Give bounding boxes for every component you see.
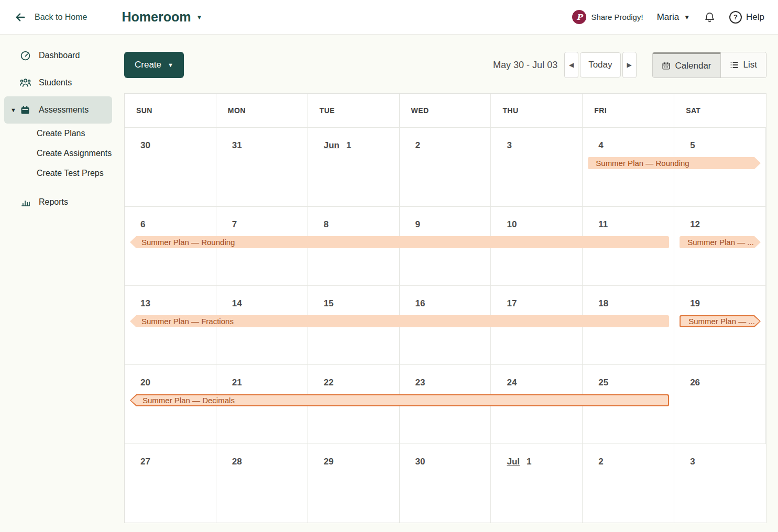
day-header: 21: [216, 365, 308, 388]
list-view-button[interactable]: List: [720, 52, 766, 77]
event-bar[interactable]: Summer Plan — Rounding: [588, 157, 761, 169]
calendar-icon: [662, 61, 671, 70]
today-button[interactable]: Today: [580, 52, 620, 77]
day-header: 30: [400, 444, 491, 467]
day-header: 30: [125, 128, 216, 151]
sidebar-item-create-assignments[interactable]: Create Assignments: [0, 143, 116, 163]
create-button-label: Create: [135, 60, 161, 70]
day-header: 10: [491, 207, 582, 230]
day-header: 15: [308, 286, 399, 309]
sidebar-item-create-test-preps[interactable]: Create Test Preps: [0, 163, 116, 183]
day-number: 18: [598, 298, 608, 309]
event-label: Summer Plan — Fractions: [130, 315, 669, 327]
calendar-week-row: 3031Jun12345Summer Plan — Rounding: [125, 127, 766, 206]
chevron-left-icon: ◀: [569, 61, 574, 69]
event-label: Summer Plan — Rounding: [588, 157, 761, 169]
event-label: Summer Plan — Decimals: [131, 395, 668, 405]
event-bar[interactable]: Summer Plan — ...: [680, 315, 761, 327]
weekday-header: SAT: [674, 94, 766, 127]
calendar-view-button[interactable]: Calendar: [653, 52, 720, 77]
calendar-toolbar: Create ▼ May 30 - Jul 03 ◀ Today ▶: [124, 51, 766, 79]
notifications-button[interactable]: [704, 10, 716, 24]
day-header: 25: [583, 365, 674, 388]
day-number: 9: [415, 219, 420, 230]
chevron-down-icon: ▼: [684, 14, 690, 20]
day-header: 20: [125, 365, 216, 388]
day-cell: 30: [400, 444, 491, 523]
day-header: 8: [308, 207, 399, 230]
day-number: 29: [324, 457, 334, 467]
day-number: 30: [140, 140, 150, 151]
month-link[interactable]: Jul: [507, 457, 520, 467]
day-number: 28: [232, 457, 242, 467]
sidebar-item-label: Create Test Preps: [37, 169, 104, 178]
sidebar-item-label: Create Plans: [37, 129, 85, 138]
back-to-home-button[interactable]: Back to Home: [14, 12, 87, 23]
weekday-header: FRI: [583, 94, 674, 127]
day-header: 11: [583, 207, 674, 230]
sidebar-item-dashboard[interactable]: Dashboard: [4, 42, 112, 69]
day-number: 30: [415, 457, 425, 467]
sidebar-item-create-plans[interactable]: Create Plans: [0, 124, 116, 143]
day-number: 27: [140, 457, 150, 467]
calendar-view-label: Calendar: [675, 61, 711, 71]
event-bar[interactable]: Summer Plan — Decimals: [130, 394, 669, 406]
day-number: 31: [232, 140, 242, 151]
help-label: Help: [746, 12, 764, 23]
calendar-week-row: 13141516171819Summer Plan — FractionsSum…: [125, 285, 766, 364]
next-period-button[interactable]: ▶: [622, 52, 637, 78]
day-number: 11: [598, 219, 608, 230]
calendar-week-row: 20212223242526Summer Plan — Decimals: [125, 364, 766, 444]
day-cell: 2: [400, 128, 491, 206]
day-number: 1: [346, 140, 351, 151]
day-header: 19: [674, 286, 765, 309]
sidebar-item-label: Create Assignments: [37, 149, 112, 158]
back-to-home-label: Back to Home: [35, 13, 87, 22]
weekday-header: THU: [491, 94, 583, 127]
sidebar-nav: DashboardStudents▼AssessmentsCreate Plan…: [0, 35, 116, 532]
user-menu[interactable]: Maria ▼: [657, 12, 690, 23]
share-prodigy-button[interactable]: P Share Prodigy!: [572, 10, 643, 24]
class-selector[interactable]: Homeroom ▼: [122, 9, 202, 25]
day-number: 15: [324, 298, 334, 309]
day-cell: 2: [583, 444, 674, 523]
sidebar-item-reports[interactable]: Reports: [4, 189, 112, 216]
day-cell: 3: [674, 444, 766, 523]
sidebar-item-students[interactable]: Students: [4, 69, 112, 96]
calendar-week-row: 27282930Jul123: [125, 444, 766, 523]
chevron-down-icon: ▼: [168, 62, 173, 68]
sidebar-item-label: Dashboard: [39, 51, 80, 60]
day-header: 31: [216, 128, 308, 151]
day-cell: 26: [674, 365, 766, 444]
day-header: 17: [491, 286, 582, 309]
reports-icon: [19, 197, 31, 207]
day-header: 27: [125, 444, 216, 467]
sidebar-item-label: Reports: [39, 197, 68, 207]
day-header: 16: [400, 286, 491, 309]
day-header: 14: [216, 286, 308, 309]
chevron-right-icon: ▶: [627, 61, 631, 69]
day-number: 12: [690, 219, 700, 230]
event-bar[interactable]: Summer Plan — Fractions: [130, 315, 669, 327]
day-header: 4: [583, 128, 674, 151]
previous-period-button[interactable]: ◀: [564, 52, 578, 78]
back-arrow-icon: [14, 12, 27, 23]
sidebar-item-assessments[interactable]: ▼Assessments: [4, 96, 112, 124]
day-header: 22: [308, 365, 399, 388]
day-number: 3: [507, 140, 511, 151]
event-bar-inner: Summer Plan — ...: [681, 316, 760, 326]
day-number: 19: [690, 298, 700, 309]
create-button[interactable]: Create ▼: [124, 52, 184, 78]
day-number: 2: [598, 457, 603, 467]
day-number: 4: [598, 140, 603, 151]
event-bar[interactable]: Summer Plan — ...: [680, 236, 761, 248]
month-link[interactable]: Jun: [324, 140, 339, 151]
event-bar[interactable]: Summer Plan — Rounding: [130, 236, 669, 248]
day-number: 17: [507, 298, 517, 309]
list-view-label: List: [743, 60, 757, 70]
day-number: 5: [690, 140, 695, 151]
user-name: Maria: [657, 12, 680, 23]
day-header: Jul1: [491, 444, 582, 467]
day-header: 29: [308, 444, 399, 467]
help-button[interactable]: ? Help: [729, 11, 764, 24]
